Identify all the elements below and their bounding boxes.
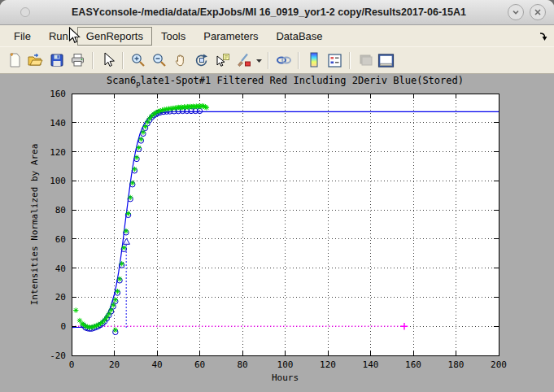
data-cursor-button[interactable] bbox=[212, 50, 233, 71]
figure-area: 020406080100120140160180200-200204060801… bbox=[0, 74, 554, 392]
x-tick-label: 80 bbox=[237, 359, 247, 370]
legend-icon bbox=[326, 52, 343, 69]
filtered-data-asterisks-marker bbox=[125, 211, 130, 216]
window-menu-button[interactable] bbox=[20, 7, 30, 17]
menu-parameters[interactable]: Parameters bbox=[194, 27, 267, 46]
printer-icon bbox=[69, 52, 86, 68]
x-axis-label: Hours bbox=[272, 372, 299, 383]
filtered-data-asterisks-marker bbox=[115, 289, 120, 294]
menu-tools[interactable]: Tools bbox=[152, 27, 194, 46]
x-tick-label: 160 bbox=[405, 359, 421, 370]
pan-button[interactable] bbox=[170, 50, 190, 71]
y-tick-label: 160 bbox=[50, 89, 66, 99]
filtered-data-asterisks-marker bbox=[117, 277, 122, 281]
menu-genreports[interactable]: GenReports bbox=[77, 27, 152, 46]
x-tick-label: 140 bbox=[363, 359, 379, 370]
show-plot-tools-dock-button[interactable] bbox=[376, 50, 396, 71]
x-tick-label: 180 bbox=[448, 359, 465, 370]
filtered-data-asterisks-marker bbox=[132, 167, 137, 172]
colorbar-icon bbox=[306, 51, 322, 69]
zoom-in-button[interactable] bbox=[128, 50, 148, 71]
filtered-data-asterisks-marker bbox=[108, 307, 113, 312]
filtered-data-asterisks-marker bbox=[111, 303, 116, 307]
toolbar-separator bbox=[349, 52, 351, 69]
easyconsole-window: EASYconsole-/media/data/ExpJobs/MI 16_09… bbox=[0, 0, 554, 392]
link-chain-icon bbox=[275, 52, 293, 68]
close-icon bbox=[533, 7, 543, 17]
filtered-data-asterisks-marker bbox=[204, 105, 209, 110]
open-folder-icon bbox=[27, 52, 44, 68]
menu-database[interactable]: DataBase bbox=[267, 27, 331, 46]
y-tick-label: 140 bbox=[50, 118, 66, 128]
y-axis-label: Intensities Normalized by Area bbox=[29, 144, 40, 306]
filtered-data-asterisks-marker bbox=[119, 261, 124, 266]
filtered-data-asterisks-marker bbox=[141, 129, 146, 134]
y-tick-label: 40 bbox=[55, 264, 66, 274]
hand-icon bbox=[172, 52, 189, 68]
shade-button[interactable] bbox=[508, 4, 524, 20]
data-cursor-icon bbox=[215, 52, 231, 68]
dropdown-caret-icon bbox=[255, 57, 263, 64]
zoom-out-button[interactable] bbox=[149, 50, 169, 71]
pointer-arrow-icon bbox=[101, 52, 116, 68]
rotate-3d-icon bbox=[194, 52, 210, 68]
filtered-data-asterisks-marker bbox=[142, 124, 147, 128]
toolbar-separator bbox=[122, 52, 124, 69]
toolbar-separator bbox=[268, 52, 269, 69]
edit-plot-button[interactable] bbox=[98, 50, 118, 71]
zoom-in-icon bbox=[130, 52, 146, 68]
dock-figure-icon bbox=[377, 52, 395, 69]
y-tick-label: 0 bbox=[60, 321, 66, 332]
hide-plot-tools-icon bbox=[357, 52, 373, 68]
corner-arrow-icon bbox=[538, 31, 548, 41]
filtered-data-asterisks-marker bbox=[136, 145, 141, 150]
link-plot-button[interactable] bbox=[273, 50, 294, 71]
print-figure-button[interactable] bbox=[68, 50, 88, 71]
save-figure-button[interactable] bbox=[46, 50, 67, 71]
brush-dropdown-button[interactable] bbox=[255, 50, 264, 71]
y-tick-label: 80 bbox=[55, 205, 66, 216]
insert-colorbar-button[interactable] bbox=[303, 50, 324, 71]
menu-file[interactable]: File bbox=[5, 27, 40, 46]
new-document-icon bbox=[7, 52, 23, 68]
plot-canvas[interactable]: 020406080100120140160180200-200204060801… bbox=[0, 74, 554, 392]
filtered-data-asterisks-marker bbox=[113, 297, 118, 302]
y-tick-label: 100 bbox=[50, 176, 66, 186]
x-tick-label: 20 bbox=[109, 359, 120, 370]
rotate-3d-button[interactable] bbox=[191, 50, 212, 71]
new-figure-button[interactable] bbox=[4, 50, 24, 71]
brush-icon bbox=[236, 52, 252, 68]
x-tick-label: 40 bbox=[151, 359, 162, 370]
toolbar-separator bbox=[298, 52, 299, 69]
y-tick-label: 20 bbox=[55, 292, 66, 303]
filtered-data-asterisks-marker bbox=[77, 318, 82, 323]
filtered-data-asterisks-marker bbox=[124, 229, 129, 233]
x-tick-label: 60 bbox=[194, 359, 205, 370]
y-tick-label: 60 bbox=[55, 234, 66, 245]
toolbar-separator bbox=[92, 52, 94, 69]
filtered-data-asterisks-marker bbox=[138, 137, 143, 142]
open-file-button[interactable] bbox=[25, 50, 46, 71]
filtered-data-asterisks-marker bbox=[121, 245, 126, 250]
save-floppy-icon bbox=[49, 52, 65, 68]
chevron-down-icon bbox=[511, 7, 521, 17]
titlebar[interactable]: EASYconsole-/media/data/ExpJobs/MI 16_09… bbox=[0, 0, 554, 25]
y-tick-label: -20 bbox=[50, 351, 66, 361]
filtered-data-asterisks-marker bbox=[128, 195, 133, 200]
menubar: File Run GenReports Tools Parameters Dat… bbox=[0, 25, 554, 46]
plot-title: Scan6plate1-Spot#1 Filtered Red Includin… bbox=[107, 75, 464, 88]
brush-data-button[interactable] bbox=[233, 50, 254, 71]
y-tick-label: 120 bbox=[50, 147, 66, 158]
x-tick-label: 200 bbox=[491, 359, 507, 370]
mouse-cursor bbox=[68, 27, 83, 45]
filtered-data-asterisks-marker bbox=[113, 327, 118, 332]
close-button[interactable] bbox=[530, 4, 546, 20]
insert-legend-button[interactable] bbox=[325, 50, 345, 71]
filtered-data-asterisks-marker bbox=[134, 155, 139, 160]
window-title: EASYconsole-/media/data/ExpJobs/MI 16_09… bbox=[30, 7, 508, 18]
menu-overflow-arrow[interactable] bbox=[538, 30, 548, 45]
hide-plot-tools-button bbox=[355, 50, 375, 71]
x-tick-label: 100 bbox=[277, 359, 294, 370]
filtered-data-asterisks-marker bbox=[73, 307, 78, 312]
x-tick-label: 0 bbox=[69, 359, 75, 370]
